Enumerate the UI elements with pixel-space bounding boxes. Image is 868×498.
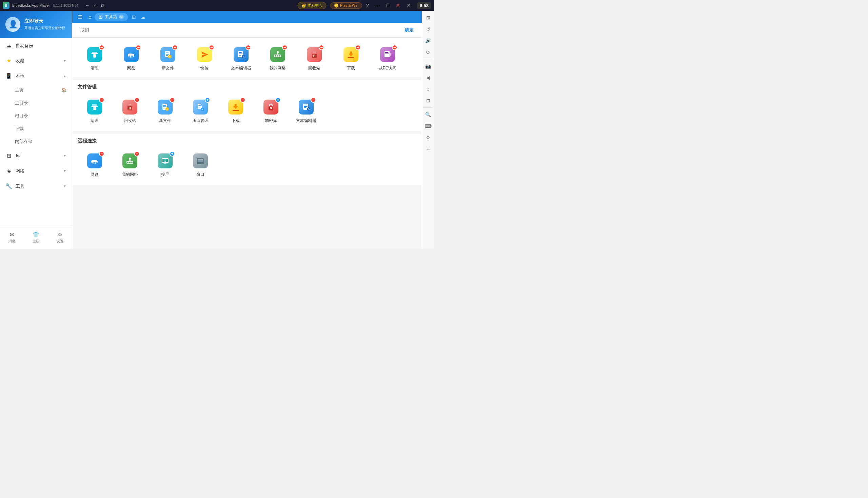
sidebar-item-library[interactable]: ⊞ 库 ▼ (0, 148, 72, 163)
content-area: ☰ ⌂ ⊞ 工具箱 ✕ ⊟ ☁ 取消 确定 (72, 11, 422, 249)
tab-close-button[interactable]: ✕ (119, 15, 124, 19)
exit-button[interactable]: ✕ (405, 2, 413, 9)
svg-rect-17 (239, 52, 242, 53)
rs-screenshot-icon[interactable]: 📷 (423, 61, 434, 71)
fm-tool-newfile[interactable]: + − 新文件 (148, 94, 182, 127)
tool-mynetwork[interactable]: − 我的网络 (261, 42, 295, 75)
rs-expand-icon[interactable]: ↔ (423, 144, 434, 155)
svg-point-78 (129, 161, 130, 163)
rc-tool-window[interactable]: 窗口 (183, 148, 217, 181)
grid-view-icon[interactable]: ⊟ (130, 14, 137, 20)
sidebar-item-local[interactable]: 📱 本地 ▲ (0, 68, 72, 84)
content-header: 取消 确定 (72, 23, 422, 38)
chevron-down-icon: ▼ (63, 169, 66, 173)
sidebar-subitem-internal[interactable]: 内部存储 (0, 135, 72, 148)
svg-rect-49 (163, 105, 166, 106)
themes-button[interactable]: 👕 主题 (27, 229, 45, 246)
rs-rotate-icon[interactable]: ⟳ (423, 47, 434, 57)
sidebar-item-backup[interactable]: ☁ 自动备份 (0, 38, 72, 53)
rs-search-icon[interactable]: 🔍 (423, 109, 434, 120)
rc-tool-screen[interactable]: + 投屏 (148, 148, 182, 181)
remove-badge: − (392, 45, 397, 50)
sidebar-item-network[interactable]: ◈ 网络 ▼ (0, 163, 72, 179)
tool-cloud[interactable]: − 网盘 (114, 42, 148, 75)
svg-rect-74 (94, 162, 95, 164)
title-bar-left: B BlueStacks App Player 5.11.1.1002 N64 … (3, 2, 104, 9)
fm-tool-download[interactable]: − 下载 (219, 94, 253, 127)
tool-recycle[interactable]: − 回收站 (297, 42, 331, 75)
svg-point-77 (127, 161, 128, 163)
remove-badge: − (240, 97, 245, 103)
file-management-grid: − 清理 − 回收站 (78, 94, 416, 127)
fm-tool-compress[interactable]: + + 压缩管理 (183, 94, 217, 127)
tool-quicksend[interactable]: − 快传 (188, 42, 221, 75)
profile-section[interactable]: 👤 立即登录 开通会员立即享受全部特权 (0, 11, 72, 38)
svg-rect-46 (129, 107, 129, 109)
title-bar: B BlueStacks App Player 5.11.1.1002 N64 … (0, 0, 434, 11)
remove-badge: − (310, 97, 316, 103)
fm-tool-recycle[interactable]: − 回收站 (113, 94, 147, 127)
toolbox-tab[interactable]: ⊞ 工具箱 ✕ (94, 13, 128, 21)
menu-toggle-button[interactable]: ☰ (75, 13, 85, 22)
rs-apps-icon[interactable]: ⊡ (423, 95, 434, 106)
confirm-button[interactable]: 确定 (402, 26, 416, 35)
tool-texteditor[interactable]: ✎ − 文本编辑器 (224, 42, 258, 75)
svg-text:+: + (169, 55, 171, 58)
messages-button[interactable]: ✉ 消息 (3, 229, 21, 246)
tool-clean[interactable]: − 清理 (78, 42, 112, 75)
svg-rect-31 (313, 54, 314, 57)
rs-keyboard-icon[interactable]: ⌨ (423, 121, 434, 131)
fm-tool-clean[interactable]: − 清理 (78, 94, 112, 127)
rs-home-icon[interactable]: ⌂ (423, 84, 434, 94)
rc-tool-cloud[interactable]: − 网盘 (78, 148, 112, 181)
reward-center-button[interactable]: 👑 奖励中心 (298, 2, 326, 9)
close-button[interactable]: ✕ (394, 2, 402, 9)
sidebar: 👤 立即登录 开通会员立即享受全部特权 ☁ 自动备份 ★ 收藏 ▼ 📱 (0, 11, 72, 249)
sidebar-item-favorites[interactable]: ★ 收藏 ▼ (0, 53, 72, 68)
play-win-button[interactable]: 🪙 Play & Win (330, 2, 362, 9)
minimize-button[interactable]: — (373, 2, 382, 9)
sidebar-subitem-maindir[interactable]: 主目录 (0, 96, 72, 109)
sidebar-subitem-rootdir[interactable]: 根目录 (0, 109, 72, 122)
tool-download[interactable]: − 下载 (334, 42, 368, 75)
rs-volume-icon[interactable]: 🔊 (423, 35, 434, 46)
tool-pcaccess[interactable]: − 从PC访问 (371, 42, 405, 75)
svg-rect-43 (127, 106, 132, 110)
multi-button[interactable]: ⧉ (101, 3, 104, 9)
app-container: 👤 立即登录 开通会员立即享受全部特权 ☁ 自动备份 ★ 收藏 ▼ 📱 (0, 11, 434, 249)
svg-rect-73 (92, 162, 93, 164)
rs-divider-1 (423, 59, 433, 59)
rc-tool-mynetwork[interactable]: − 我的网络 (113, 148, 147, 181)
cancel-button[interactable]: 取消 (78, 26, 92, 35)
back-button[interactable]: ← (85, 3, 90, 8)
remove-badge: − (169, 97, 175, 103)
tool-newfile[interactable]: + − 新文件 (151, 42, 185, 75)
sidebar-item-tools[interactable]: 🔧 工具 ▼ (0, 179, 72, 194)
fm-tool-texteditor[interactable]: ✎ − 文本编辑器 (289, 94, 323, 127)
rs-back-icon[interactable]: ◀ (423, 72, 434, 83)
content-scroll: − 清理 − 网盘 (72, 38, 422, 249)
home-nav-button[interactable]: ⌂ (94, 3, 97, 8)
svg-marker-34 (348, 52, 353, 56)
svg-text:+: + (201, 108, 203, 112)
remove-badge: − (134, 97, 140, 103)
avatar-icon: 👤 (9, 20, 18, 29)
fm-tool-vault[interactable]: + 加密库 (254, 94, 288, 127)
restore-button[interactable]: □ (384, 2, 391, 9)
rs-icon-1[interactable]: ⊞ (423, 12, 434, 23)
svg-rect-33 (348, 57, 354, 58)
top-home-button[interactable]: ⌂ (87, 13, 93, 21)
help-button[interactable]: ? (366, 3, 369, 8)
svg-rect-32 (315, 54, 315, 57)
sidebar-subitem-home[interactable]: 主页 🏠 (0, 84, 72, 96)
cloud-icon[interactable]: ☁ (139, 14, 147, 20)
rs-settings-icon[interactable]: ⚙ (423, 132, 434, 143)
remove-badge: − (99, 97, 104, 103)
svg-text:✎: ✎ (242, 55, 245, 58)
window-controls: — □ ✕ ✕ (373, 2, 413, 9)
star-icon: ★ (5, 57, 12, 64)
rs-icon-2[interactable]: ↺ (423, 24, 434, 35)
settings-button[interactable]: ⚙ 设置 (51, 229, 69, 246)
sidebar-subitem-download[interactable]: 下载 (0, 122, 72, 135)
svg-rect-65 (304, 105, 307, 105)
